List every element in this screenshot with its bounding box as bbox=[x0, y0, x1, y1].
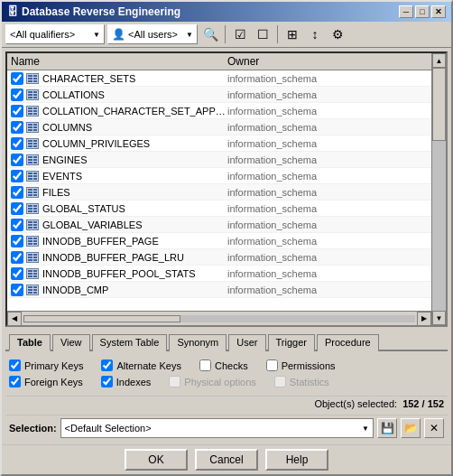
row-checkbox[interactable] bbox=[11, 219, 23, 231]
option-checks[interactable]: Checks bbox=[199, 359, 248, 371]
row-name: GLOBAL_VARIABLES bbox=[42, 219, 227, 230]
toolbar: <All qualifiers> ▼ 👤 <All users> ▼ 🔍 ☑ ☐… bbox=[2, 22, 451, 48]
row-owner: information_schema bbox=[227, 154, 317, 165]
row-checkbox[interactable] bbox=[11, 154, 23, 166]
tab-trigger[interactable]: Trigger bbox=[268, 334, 315, 351]
row-name: FILES bbox=[42, 187, 227, 198]
table-row[interactable]: GLOBAL_VARIABLES information_schema bbox=[7, 217, 431, 233]
table-row[interactable]: CHARACTER_SETS information_schema bbox=[7, 70, 431, 87]
horizontal-scrollbar[interactable]: ◀ ▶ bbox=[7, 311, 431, 325]
row-checkbox[interactable] bbox=[11, 137, 23, 150]
table-row[interactable]: FILES information_schema bbox=[7, 184, 431, 201]
row-checkbox[interactable] bbox=[11, 121, 23, 134]
option-primary-keys[interactable]: Primary Keys bbox=[9, 359, 83, 371]
sort-button[interactable]: ↕ bbox=[305, 24, 325, 44]
help-button[interactable]: Help bbox=[265, 449, 328, 471]
option-checkbox-foreign-keys[interactable] bbox=[9, 376, 21, 387]
scroll-down-button[interactable]: ▼ bbox=[432, 311, 446, 325]
search-button[interactable]: 🔍 bbox=[200, 24, 220, 44]
row-checkbox[interactable] bbox=[11, 284, 23, 296]
table-row-icon bbox=[25, 137, 40, 150]
content-area: Name Owner CHARACTER_SETS information_sc… bbox=[2, 48, 451, 444]
vscroll-track[interactable] bbox=[432, 68, 446, 311]
option-checkbox-statistics bbox=[274, 376, 286, 387]
qualifiers-label: <All qualifiers> bbox=[10, 29, 91, 40]
row-checkbox[interactable] bbox=[11, 186, 23, 199]
table-row[interactable]: ENGINES information_schema bbox=[7, 152, 431, 168]
tab-view[interactable]: View bbox=[52, 334, 90, 351]
table-row-icon bbox=[25, 267, 40, 280]
vscroll-thumb[interactable] bbox=[432, 68, 446, 141]
tab-system-table[interactable]: System Table bbox=[92, 334, 168, 351]
row-name: INNODB_BUFFER_POOL_STATS bbox=[42, 268, 227, 279]
table-row[interactable]: INNODB_CMP information_schema bbox=[7, 282, 431, 298]
table-row[interactable]: EVENTS information_schema bbox=[7, 168, 431, 184]
option-permissions[interactable]: Permissions bbox=[266, 359, 336, 371]
table-row[interactable]: INNODB_BUFFER_PAGE_LRU information_schem… bbox=[7, 249, 431, 266]
table-row[interactable]: GLOBAL_STATUS information_schema bbox=[7, 201, 431, 217]
row-owner: information_schema bbox=[227, 252, 317, 263]
tab-user[interactable]: User bbox=[228, 334, 265, 351]
table-row[interactable]: COLLATION_CHARACTER_SET_APPL... informat… bbox=[7, 103, 431, 119]
ok-button[interactable]: OK bbox=[125, 449, 188, 471]
table-row[interactable]: INNODB_BUFFER_POOL_STATS information_sch… bbox=[7, 266, 431, 282]
options-row-1: Primary KeysAlternate KeysChecksPermissi… bbox=[9, 359, 444, 371]
table-row[interactable]: COLUMNS information_schema bbox=[7, 119, 431, 135]
objects-selected-bar: Object(s) selected: 152 / 152 bbox=[5, 396, 448, 411]
table-row[interactable]: COLLATIONS information_schema bbox=[7, 87, 431, 103]
row-name: COLLATIONS bbox=[42, 89, 227, 100]
tab-table[interactable]: Table bbox=[9, 334, 51, 351]
selection-arrow-icon: ▼ bbox=[362, 425, 369, 433]
hscroll-track[interactable] bbox=[23, 315, 415, 322]
scroll-up-button[interactable]: ▲ bbox=[432, 53, 446, 68]
vertical-scrollbar[interactable]: ▲ ▼ bbox=[431, 53, 446, 325]
window-icon: 🗄 bbox=[7, 5, 18, 18]
row-checkbox[interactable] bbox=[11, 235, 23, 247]
scroll-left-button[interactable]: ◀ bbox=[7, 312, 22, 326]
maximize-button[interactable]: □ bbox=[415, 5, 430, 18]
selection-save-button[interactable]: 💾 bbox=[377, 418, 397, 438]
qualifiers-dropdown[interactable]: <All qualifiers> ▼ bbox=[5, 24, 105, 44]
tab-synonym[interactable]: Synonym bbox=[169, 334, 226, 351]
option-indexes[interactable]: Indexes bbox=[101, 376, 152, 387]
row-checkbox[interactable] bbox=[11, 105, 23, 117]
option-statistics[interactable]: Statistics bbox=[274, 376, 329, 387]
row-checkbox[interactable] bbox=[11, 251, 23, 264]
row-checkbox[interactable] bbox=[11, 72, 23, 85]
close-button[interactable]: ✕ bbox=[431, 5, 446, 18]
row-checkbox[interactable] bbox=[11, 267, 23, 280]
option-physical-options[interactable]: Physical options bbox=[169, 376, 256, 387]
selection-open-button[interactable]: 📂 bbox=[401, 418, 421, 438]
table-row[interactable]: COLUMN_PRIVILEGES information_schema bbox=[7, 135, 431, 152]
cancel-button[interactable]: Cancel bbox=[195, 449, 258, 471]
option-checkbox-checks[interactable] bbox=[199, 359, 211, 371]
selection-dropdown[interactable]: <Default Selection> ▼ bbox=[60, 418, 374, 438]
users-dropdown[interactable]: 👤 <All users> ▼ bbox=[107, 24, 198, 44]
select-all-button[interactable]: ☑ bbox=[230, 24, 250, 44]
minimize-button[interactable]: ─ bbox=[399, 5, 413, 18]
option-label-indexes: Indexes bbox=[116, 377, 152, 387]
row-checkbox[interactable] bbox=[11, 89, 23, 101]
row-name: COLLATION_CHARACTER_SET_APPL... bbox=[42, 106, 227, 117]
row-owner: information_schema bbox=[227, 73, 317, 84]
hscroll-thumb[interactable] bbox=[23, 315, 180, 322]
options-button[interactable]: ⚙ bbox=[328, 24, 347, 44]
option-label-primary-keys: Primary Keys bbox=[24, 360, 83, 371]
options-row-2: Foreign KeysIndexesPhysical optionsStati… bbox=[9, 376, 444, 387]
option-label-statistics: Statistics bbox=[290, 377, 329, 387]
table-row[interactable]: INNODB_BUFFER_PAGE information_schema bbox=[7, 233, 431, 249]
row-checkbox[interactable] bbox=[11, 170, 23, 182]
option-checkbox-primary-keys[interactable] bbox=[9, 359, 21, 371]
option-checkbox-indexes[interactable] bbox=[101, 376, 113, 387]
option-foreign-keys[interactable]: Foreign Keys bbox=[9, 376, 83, 387]
selection-delete-button[interactable]: ✕ bbox=[424, 418, 444, 438]
row-checkbox[interactable] bbox=[11, 202, 23, 215]
tab-procedure[interactable]: Procedure bbox=[317, 334, 379, 351]
scroll-right-button[interactable]: ▶ bbox=[417, 312, 431, 326]
option-checkbox-alternate-keys[interactable] bbox=[101, 359, 113, 371]
option-checkbox-permissions[interactable] bbox=[266, 359, 278, 371]
filter-button[interactable]: ⊞ bbox=[282, 24, 302, 44]
option-alternate-keys[interactable]: Alternate Keys bbox=[101, 359, 181, 371]
deselect-all-button[interactable]: ☐ bbox=[253, 24, 273, 44]
owner-column-header: Owner bbox=[227, 55, 408, 68]
